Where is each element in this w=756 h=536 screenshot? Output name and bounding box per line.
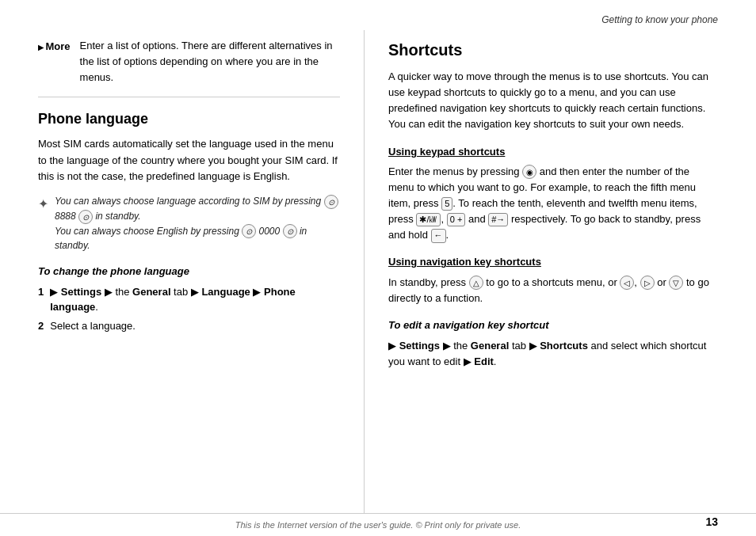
menu-key: ◉	[522, 165, 536, 179]
phone-language-title: Phone language	[38, 108, 340, 130]
zero-plus-key: 0 +	[447, 213, 466, 226]
page-header: Getting to know your phone	[0, 0, 756, 30]
nav-down-key: ▽	[669, 276, 683, 290]
star-key: ✱/㎾	[416, 213, 441, 226]
language-link: Language	[201, 286, 250, 298]
nav-up-key: △	[469, 276, 483, 290]
navkey-para: In standby, press △ to go to a shortcuts…	[388, 275, 718, 306]
header-title: Getting to know your phone	[601, 14, 718, 25]
phone-language-para: Most SIM cards automatically set the lan…	[38, 136, 340, 184]
hash-key: #→	[488, 213, 508, 226]
navkey-heading: Using navigation key shortcuts	[388, 254, 718, 270]
nav-right-key: ▷	[640, 276, 655, 290]
shortcuts-title: Shortcuts	[388, 38, 718, 63]
step-2-text: Select a language.	[50, 318, 136, 334]
nav-key-circle: ⊙	[324, 195, 338, 209]
more-section: More Enter a list of options. There are …	[38, 38, 340, 97]
nav-key-circle4: ⊙	[283, 224, 297, 238]
tip-line1: You can always choose language according…	[55, 196, 324, 207]
edit-link: Edit	[474, 355, 494, 367]
step-1-text: ▶ Settings ▶ the General tab ▶ Language …	[50, 284, 340, 315]
tip-key1: 8888	[55, 211, 76, 222]
step-2-num: 2	[38, 318, 44, 334]
five-key: 5	[441, 197, 452, 211]
right-column: Shortcuts A quicker way to move through …	[365, 30, 756, 513]
tip-box: ✦ You can always choose language accordi…	[38, 194, 340, 253]
to-change-heading: To change the phone language	[38, 264, 340, 279]
edit-nav-text: ▶ Settings ▶ the General tab ▶ Shortcuts…	[388, 338, 718, 370]
page-footer: This is the Internet version of the user…	[0, 513, 756, 536]
keypad-heading: Using keypad shortcuts	[388, 144, 718, 160]
tip-mid1: in standby.	[95, 211, 140, 222]
tip-icon: ✦	[38, 195, 48, 253]
more-text: Enter a list of options. There are diffe…	[80, 38, 340, 86]
settings-link2: Settings	[399, 340, 440, 352]
back-key: ←	[431, 229, 446, 242]
edit-nav-heading: To edit a navigation key shortcut	[388, 317, 718, 333]
more-label: More	[38, 38, 71, 86]
keypad-para: Enter the menus by pressing ◉ and then e…	[388, 164, 718, 244]
nav-left-key: ◁	[620, 276, 634, 290]
footer-text: This is the Internet version of the user…	[235, 520, 521, 530]
steps: 1 ▶ Settings ▶ the General tab ▶ Languag…	[38, 284, 340, 334]
shortcuts-link: Shortcuts	[540, 340, 588, 352]
step-1-num: 1	[38, 284, 44, 300]
nav-key-circle3: ⊙	[242, 224, 256, 238]
main-content: More Enter a list of options. There are …	[0, 30, 756, 513]
left-column: More Enter a list of options. There are …	[0, 30, 365, 513]
general-tab2: General	[471, 340, 509, 352]
step-1: 1 ▶ Settings ▶ the General tab ▶ Languag…	[38, 284, 340, 315]
nav-key-circle2: ⊙	[78, 210, 93, 224]
shortcuts-intro: A quicker way to move through the menus …	[388, 69, 718, 133]
tip-text: You can always choose language according…	[55, 194, 340, 253]
settings-link: Settings	[61, 286, 101, 298]
page-number: 13	[705, 515, 718, 528]
tip-line2: You can always choose English by pressin…	[55, 226, 242, 237]
general-tab: General	[132, 286, 170, 298]
page-container: Getting to know your phone More Enter a …	[0, 0, 756, 536]
step-2: 2 Select a language.	[38, 318, 340, 334]
tip-key2: 0000	[258, 226, 280, 237]
